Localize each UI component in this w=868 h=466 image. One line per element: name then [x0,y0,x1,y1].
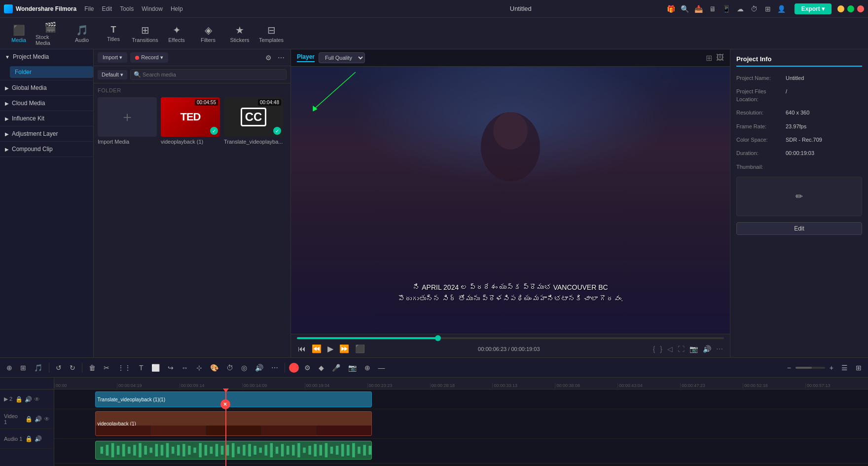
menu-edit[interactable]: Edit [102,5,112,12]
global-media-header[interactable]: ▶ Global Media [0,80,93,95]
crop-button[interactable]: ⬜ [149,362,162,373]
cam-button[interactable]: 📷 [346,362,359,373]
tool-stickers[interactable]: ★ Stickers [225,20,254,47]
project-media-header[interactable]: ▼ Project Media [0,49,93,64]
fullscreen-button[interactable]: ⛶ [677,344,686,354]
stop-button[interactable]: ⬛ [354,343,366,354]
maximize-button[interactable] [847,5,854,12]
ted-video-card[interactable]: TED 00:04:55 ✓ videoplayback (1) [161,97,220,145]
quality-select[interactable]: Full Quality [319,52,365,63]
audio-track-button[interactable]: 🎵 [32,362,45,373]
v1-sound[interactable]: 🔊 [35,416,42,423]
menu-tools[interactable]: Tools [120,5,134,12]
step-back-button[interactable]: ⏪ [311,343,323,354]
color-button[interactable]: 🎨 [208,362,221,373]
clip-subtitle-v2[interactable]: Translate_videoplayback (1)(1) [95,391,372,407]
speed-button[interactable]: ⏱ [224,362,236,373]
audio-adj-button[interactable]: 🔊 [253,362,266,373]
volume-button[interactable]: 🔊 [702,344,712,354]
menu-window[interactable]: Window [142,5,163,12]
a1-lock[interactable]: 🔒 [25,435,33,442]
more-preview-button[interactable]: ⋯ [715,344,724,354]
progress-bar[interactable] [297,337,724,339]
mark-in-button[interactable]: { [652,344,656,354]
more-tl-button[interactable]: ⋯ [269,362,281,373]
import-media-card[interactable]: ＋ Import Media [98,97,157,145]
menu-file[interactable]: File [84,5,94,12]
track-row-v2[interactable]: Translate_videoplayback (1)(1) [54,389,868,409]
user-icon[interactable]: 👤 [777,4,787,14]
clip-video-v1[interactable]: videoplayback (1) [95,411,372,436]
screen-icon[interactable]: 🖥 [708,4,718,14]
adjustment-layer-header[interactable]: ▶ Adjustment Layer [0,126,93,141]
settings-button[interactable]: ⚙ [302,362,313,373]
cc-video-card[interactable]: CC 00:04:48 ✓ Translate_videoplayba... [224,97,283,145]
export-button[interactable]: Export ▾ [795,3,832,14]
compound-clip-header[interactable]: ▶ Compound Clip [0,142,93,156]
menu-help[interactable]: Help [171,5,183,12]
sort-button[interactable]: Default ▾ [98,70,127,79]
import-button[interactable]: Import ▾ [98,52,127,63]
v2-eye[interactable]: 👁 [34,396,40,403]
tool-audio[interactable]: 🎵 Audio [67,20,97,47]
tool-effects[interactable]: ✦ Effects [162,20,191,47]
cloud-icon[interactable]: ☁ [735,4,745,14]
razor-button[interactable]: ⋮⋮ [115,362,134,373]
redo-button[interactable]: ↻ [67,362,78,373]
a1-sound[interactable]: 🔊 [35,435,42,442]
tool-templates[interactable]: ⊟ Templates [256,20,286,47]
folder-item[interactable]: Folder [10,66,93,78]
filter-button[interactable]: ⚙ [263,53,274,63]
toggle-track-button[interactable]: ⊞ [18,362,29,373]
more-button[interactable]: ⋯ [276,53,287,63]
pencil-icon[interactable]: ✏ [796,191,803,202]
clip-audio-a1[interactable] [95,441,372,460]
prev-frame-button[interactable]: ◁ [666,344,674,354]
v2-sound[interactable]: 🔊 [25,396,32,403]
text-button[interactable]: T [137,362,146,373]
gift-icon[interactable]: 🎁 [666,4,676,14]
tool-transitions[interactable]: ⊞ Transitions [130,20,160,47]
search-input[interactable] [130,69,287,80]
influence-kit-header[interactable]: ▶ Influence Kit [0,111,93,126]
grid-view-button[interactable]: ⊞ [853,362,864,373]
record-button[interactable]: Record ▾ [130,52,168,63]
mic-button[interactable]: 🎤 [329,362,343,373]
stabilize-button[interactable]: ◎ [239,362,250,373]
search-top-icon[interactable]: 🔍 [680,4,690,14]
grid-icon[interactable]: ⊞ [763,4,773,14]
silence-button[interactable]: — [376,362,388,373]
v1-eye[interactable]: 👁 [44,416,50,423]
close-button[interactable] [857,5,864,12]
zoom-minus[interactable]: − [785,362,794,373]
tool-stock[interactable]: 🎬 Stock Media [36,20,65,47]
undo-button[interactable]: ↺ [53,362,64,373]
minimize-button[interactable] [837,5,844,12]
snapshot-button[interactable]: 📷 [688,344,699,354]
player-tab[interactable]: Player [297,53,315,62]
timer-icon[interactable]: ⏱ [749,4,759,14]
marker-button[interactable]: ◆ [316,362,326,373]
split-button[interactable]: ✂ [101,362,112,373]
edit-button[interactable]: Edit [736,222,862,235]
list-view-button[interactable]: ☰ [839,362,850,373]
cloud-media-header[interactable]: ▶ Cloud Media [0,96,93,111]
zoom-plus[interactable]: + [827,362,836,373]
mark-out-button[interactable]: } [659,344,663,354]
timeline-record-button[interactable] [289,363,299,373]
skip-back-button[interactable]: ⏮ [297,344,307,354]
photo-icon[interactable]: 🖼 [716,53,724,63]
flip-button[interactable]: ↔ [179,362,191,373]
step-forward-button[interactable]: ⏩ [338,343,350,354]
grid-preview-icon[interactable]: ⊞ [706,53,712,63]
tool-titles[interactable]: T Titles [99,20,128,47]
add-track-button[interactable]: ⊕ [4,362,15,373]
tool-media[interactable]: ⬛ Media [4,20,34,47]
v1-lock[interactable]: 🔒 [25,416,33,423]
import-icon[interactable]: 📥 [694,4,704,14]
ai-button[interactable]: ⊕ [362,362,373,373]
transform-button[interactable]: ⊹ [194,362,205,373]
device-icon[interactable]: 📱 [722,4,731,14]
play-button[interactable]: ▶ [326,343,334,354]
delete-button[interactable]: 🗑 [86,362,98,373]
